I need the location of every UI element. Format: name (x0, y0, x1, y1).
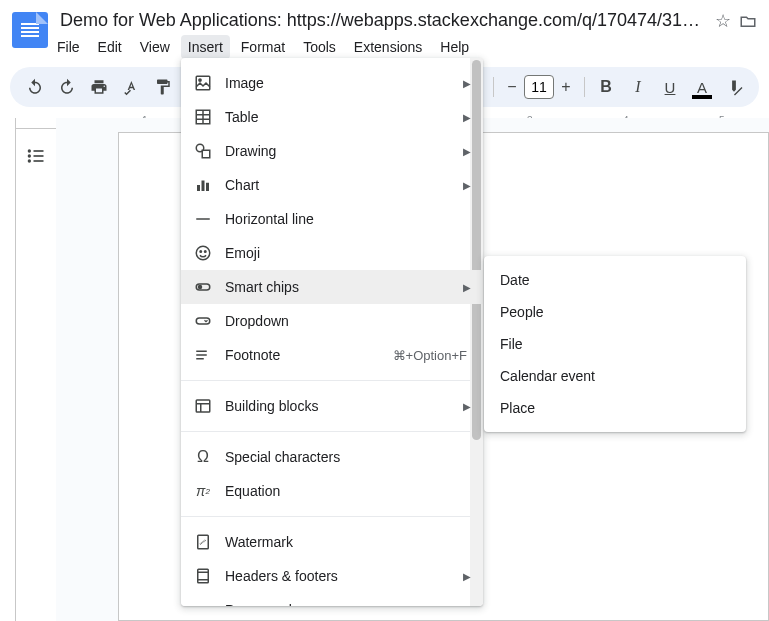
insert-dropdown: Image ▶ Table ▶ Drawing ▶ Chart ▶ Horizo… (181, 58, 483, 606)
separator (584, 77, 585, 97)
menu-extensions[interactable]: Extensions (347, 35, 429, 59)
svg-rect-14 (197, 185, 200, 191)
redo-button[interactable] (52, 73, 82, 101)
submenu-arrow-icon: ▶ (463, 180, 471, 191)
submenu-arrow-icon: ▶ (463, 282, 471, 293)
dropdown-icon (193, 311, 213, 331)
building-blocks-icon (193, 396, 213, 416)
svg-point-22 (199, 286, 202, 289)
text-color-button[interactable]: A (687, 73, 717, 101)
insert-special-characters[interactable]: Ω Special characters (181, 440, 483, 474)
svg-rect-24 (196, 351, 207, 353)
submenu-arrow-icon: ▶ (463, 605, 471, 607)
star-icon[interactable]: ☆ (715, 10, 731, 32)
menu-label: Drawing (225, 143, 455, 159)
spellcheck-button[interactable] (116, 73, 146, 101)
menu-label: Footnote (225, 347, 393, 363)
menu-format[interactable]: Format (234, 35, 292, 59)
menu-edit[interactable]: Edit (91, 35, 129, 59)
menu-label: Emoji (225, 245, 471, 261)
svg-rect-27 (196, 400, 210, 412)
insert-horizontal-line[interactable]: Horizontal line (181, 202, 483, 236)
equation-icon: π2 (193, 481, 213, 501)
document-title[interactable]: Demo for Web Applications: https://webap… (56, 8, 707, 33)
svg-point-20 (205, 251, 207, 253)
vertical-ruler[interactable] (0, 118, 16, 621)
bold-button[interactable]: B (591, 73, 621, 101)
insert-chart[interactable]: Chart ▶ (181, 168, 483, 202)
svg-point-19 (200, 251, 202, 253)
chart-icon (193, 175, 213, 195)
svg-rect-1 (34, 150, 44, 152)
paint-format-button[interactable] (148, 73, 178, 101)
hline-icon (193, 209, 213, 229)
smart-chip-date[interactable]: Date (484, 264, 746, 296)
menu-label: Headers & footers (225, 568, 455, 584)
svg-point-7 (199, 79, 201, 81)
menu-file[interactable]: File (50, 35, 87, 59)
menu-label: Chart (225, 177, 455, 193)
move-icon[interactable] (739, 12, 757, 30)
smart-chip-place[interactable]: Place (484, 392, 746, 424)
highlight-button[interactable] (719, 73, 749, 101)
menu-label: Special characters (225, 449, 471, 465)
svg-rect-13 (202, 150, 210, 158)
italic-button[interactable]: I (623, 73, 653, 101)
shortcut-label: ⌘+Option+F (393, 348, 467, 363)
menu-label: Table (225, 109, 455, 125)
print-button[interactable] (84, 73, 114, 101)
svg-line-31 (200, 540, 206, 545)
smart-chip-file[interactable]: File (484, 328, 746, 360)
insert-watermark[interactable]: Watermark (181, 525, 483, 559)
drawing-icon (193, 141, 213, 161)
headers-footers-icon (193, 566, 213, 586)
submenu-arrow-icon: ▶ (463, 401, 471, 412)
svg-rect-26 (196, 358, 204, 360)
insert-smart-chips[interactable]: Smart chips ▶ (181, 270, 483, 304)
submenu-arrow-icon: ▶ (463, 571, 471, 582)
svg-rect-5 (34, 160, 44, 162)
insert-table[interactable]: Table ▶ (181, 100, 483, 134)
menu-label: Page numbers (225, 602, 455, 606)
smart-chips-submenu: Date People File Calendar event Place (484, 256, 746, 432)
smart-chip-calendar[interactable]: Calendar event (484, 360, 746, 392)
underline-button[interactable]: U (655, 73, 685, 101)
submenu-arrow-icon: ▶ (463, 112, 471, 123)
insert-building-blocks[interactable]: Building blocks ▶ (181, 389, 483, 423)
menu-tools[interactable]: Tools (296, 35, 343, 59)
insert-equation[interactable]: π2 Equation (181, 474, 483, 508)
insert-emoji[interactable]: Emoji (181, 236, 483, 270)
docs-logo[interactable] (12, 12, 48, 48)
menu-insert[interactable]: Insert (181, 35, 230, 59)
insert-page-numbers[interactable]: # Page numbers ▶ (181, 593, 483, 606)
outline-icon[interactable] (26, 146, 46, 621)
svg-rect-23 (196, 318, 210, 324)
svg-rect-3 (34, 155, 44, 157)
svg-point-2 (28, 154, 31, 157)
undo-button[interactable] (20, 73, 50, 101)
smart-chip-people[interactable]: People (484, 296, 746, 328)
svg-point-0 (28, 149, 31, 152)
menu-view[interactable]: View (133, 35, 177, 59)
insert-headers-footers[interactable]: Headers & footers ▶ (181, 559, 483, 593)
image-icon (193, 73, 213, 93)
watermark-icon (193, 532, 213, 552)
submenu-arrow-icon: ▶ (463, 78, 471, 89)
insert-footnote[interactable]: Footnote ⌘+Option+F (181, 338, 483, 372)
insert-drawing[interactable]: Drawing ▶ (181, 134, 483, 168)
insert-dropdown-item[interactable]: Dropdown (181, 304, 483, 338)
font-size-input[interactable] (524, 75, 554, 99)
omega-icon: Ω (193, 447, 213, 467)
smart-chips-icon (193, 277, 213, 297)
insert-image[interactable]: Image ▶ (181, 66, 483, 100)
font-size-decrease[interactable]: − (500, 75, 524, 99)
svg-rect-15 (202, 181, 205, 192)
footnote-icon (193, 345, 213, 365)
font-size-increase[interactable]: + (554, 75, 578, 99)
separator (181, 380, 483, 381)
menu-label: Equation (225, 483, 471, 499)
menu-label: Smart chips (225, 279, 455, 295)
svg-point-4 (28, 159, 31, 162)
svg-rect-16 (206, 183, 209, 191)
menu-help[interactable]: Help (433, 35, 476, 59)
